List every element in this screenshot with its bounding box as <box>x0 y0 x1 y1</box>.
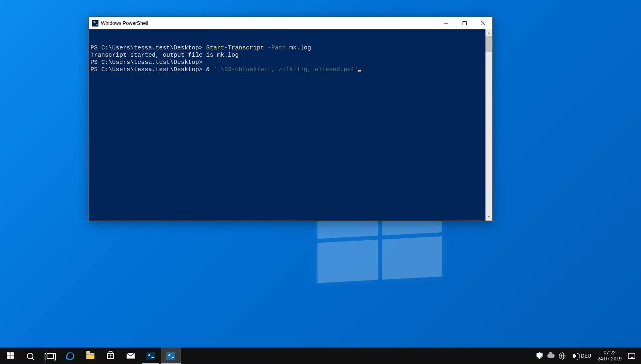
scroll-up-icon[interactable]: ▴ <box>487 29 490 36</box>
tray-network-icon[interactable] <box>559 353 566 359</box>
tray-volume-icon[interactable] <box>570 354 577 358</box>
powershell-icon <box>92 20 98 27</box>
terminal-line: PS C:\Users\tessa.test\Desktop> Start-Tr… <box>90 45 491 52</box>
file-explorer-icon <box>86 353 94 359</box>
terminal-line: PS C:\Users\tessa.test\Desktop> & '.\03-… <box>90 66 491 74</box>
taskbar-explorer[interactable] <box>80 348 100 364</box>
taskbar-powershell-pinned[interactable] <box>141 348 161 364</box>
maximize-button[interactable] <box>455 17 474 29</box>
taskbar: DEU 07:22 24.07.2019 <box>0 348 641 364</box>
search-icon <box>27 353 33 359</box>
cursor <box>358 70 361 72</box>
terminal-line: Transcript started, output file is mk.lo… <box>90 52 491 59</box>
taskbar-store[interactable] <box>100 348 121 364</box>
search-button[interactable] <box>20 348 40 364</box>
window-title: Windows PowerShell <box>101 20 148 26</box>
store-icon <box>107 353 114 359</box>
powershell-icon <box>146 352 155 360</box>
tray-notifications-icon[interactable] <box>628 353 638 359</box>
scroll-thumb[interactable] <box>485 36 492 52</box>
edge-icon <box>66 351 75 360</box>
close-button[interactable] <box>474 17 492 29</box>
tray-language[interactable]: DEU <box>581 353 591 359</box>
powershell-icon <box>166 352 175 360</box>
powershell-window: Windows PowerShell PS C:\Users\tessa.tes… <box>88 16 493 221</box>
task-view-button[interactable] <box>40 348 60 364</box>
terminal-output[interactable]: PS C:\Users\tessa.test\Desktop> Start-Tr… <box>89 29 492 221</box>
taskbar-mail[interactable] <box>121 348 141 364</box>
scrollbar[interactable]: ▴ ▾ <box>485 29 492 221</box>
taskbar-edge[interactable] <box>60 348 80 364</box>
titlebar[interactable]: Windows PowerShell <box>89 17 492 29</box>
mail-icon <box>127 353 135 359</box>
tray-security-icon[interactable] <box>536 352 543 359</box>
tray-time: 07:22 <box>598 350 622 356</box>
svg-rect-1 <box>463 21 467 25</box>
tray-clock[interactable]: 07:22 24.07.2019 <box>595 350 624 362</box>
task-view-icon <box>47 353 54 359</box>
taskbar-powershell-active[interactable] <box>161 348 181 364</box>
scroll-down-icon[interactable]: ▾ <box>487 214 490 221</box>
windows-logo-icon <box>7 352 14 359</box>
tray-date: 24.07.2019 <box>598 356 622 362</box>
terminal-line: PS C:\Users\tessa.test\Desktop> <box>90 59 491 66</box>
tray-onedrive-icon[interactable] <box>547 354 555 358</box>
start-button[interactable] <box>0 348 20 364</box>
minimize-button[interactable] <box>437 17 455 29</box>
